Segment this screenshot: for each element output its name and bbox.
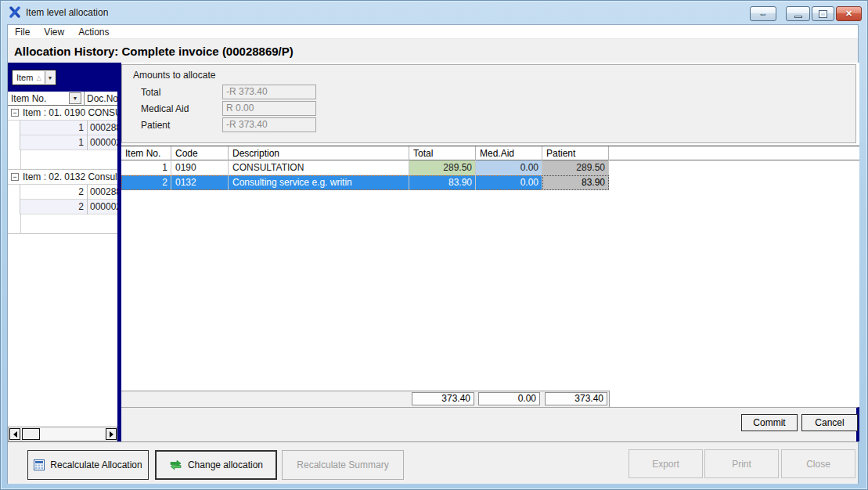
amounts-title: Amounts to allocate	[133, 70, 215, 81]
filter-dropdown-icon[interactable]: ▼	[69, 92, 81, 104]
title-bar[interactable]: Item level allocation ⇔ ✕	[1, 1, 868, 24]
tree-column-headers: Item No. ▼ Doc.No	[8, 92, 117, 106]
header-item-no[interactable]: Item No.	[121, 146, 171, 160]
cancel-button[interactable]: Cancel	[801, 414, 858, 431]
tree-row[interactable]: 2 000002	[8, 200, 117, 214]
tree-row[interactable]: 1 000288	[8, 121, 117, 135]
menu-bar: File View Actions	[8, 25, 858, 38]
export-button: Export	[628, 449, 703, 478]
table-header: Item No. Code Description Total Med.Aid …	[121, 146, 859, 160]
menu-file[interactable]: File	[8, 26, 37, 38]
amounts-panel: Amounts to allocate Total -R 373.40 Medi…	[121, 64, 856, 143]
focused-cell[interactable]: 83.90	[542, 175, 609, 190]
close-button: Close	[781, 449, 855, 478]
tree-row[interactable]: 2 000288	[8, 185, 117, 200]
commit-strip: Commit Cancel	[121, 407, 859, 441]
horizontal-scrollbar[interactable]	[8, 427, 117, 441]
restore-icon[interactable]	[812, 6, 834, 21]
bottom-bar: Recalculate Allocation Change allocation…	[8, 441, 858, 484]
minimize-icon[interactable]	[786, 6, 810, 21]
grand-patient: 373.40	[545, 392, 607, 405]
medical-aid-label: Medical Aid	[141, 103, 189, 114]
collapse-icon[interactable]: −	[11, 173, 19, 181]
scroll-left-icon[interactable]	[9, 428, 20, 440]
recalculate-summary-button: Recalculate Summary	[282, 450, 404, 480]
table-row-selected[interactable]: 2 0132 Consulting service e.g. writin 83…	[121, 175, 609, 190]
group-footer-row	[8, 214, 117, 234]
main-area: Amounts to allocate Total -R 373.40 Medi…	[121, 63, 859, 441]
scrollbar-thumb[interactable]	[22, 428, 40, 440]
patient-field: -R 373.40	[222, 117, 316, 132]
commit-button[interactable]: Commit	[741, 414, 798, 431]
client-area: File View Actions Allocation History: Co…	[7, 24, 859, 484]
page-header: Allocation History: Complete invoice (00…	[8, 38, 858, 63]
menu-actions[interactable]: Actions	[71, 26, 116, 38]
scroll-right-icon[interactable]	[106, 428, 117, 440]
change-allocation-icon	[169, 459, 182, 470]
header-total[interactable]: Total	[409, 146, 476, 160]
calculator-icon	[34, 459, 45, 470]
change-allocation-button[interactable]: Change allocation	[155, 450, 277, 480]
total-field: -R 373.40	[222, 85, 316, 99]
header-description[interactable]: Description	[229, 146, 409, 160]
table-row[interactable]: 1 0190 CONSULTATION 289.50 0.00 289.50	[121, 160, 609, 175]
totals-band: 373.40 0.00 373.40	[121, 391, 610, 407]
print-button: Print	[704, 449, 779, 478]
app-window: Item level allocation ⇔ ✕ File View Acti…	[0, 0, 868, 490]
window-title: Item level allocation	[26, 7, 108, 18]
header-patient[interactable]: Patient	[542, 146, 609, 160]
menu-view[interactable]: View	[37, 26, 71, 38]
column-item-no[interactable]: Item No.	[11, 93, 46, 104]
tree-row[interactable]: 1 000002	[8, 135, 117, 150]
page-title: Allocation History: Complete invoice (00…	[14, 45, 294, 58]
group-footer-row	[8, 150, 117, 170]
resize-icon[interactable]: ⇔	[750, 6, 776, 21]
column-doc-no[interactable]: Doc.No	[87, 93, 117, 104]
tree-group-row[interactable]: − Item : 01. 0190 CONSULT	[8, 106, 117, 121]
recalculate-allocation-button[interactable]: Recalculate Allocation	[27, 450, 149, 480]
header-code[interactable]: Code	[171, 146, 229, 160]
grand-med-aid: 0.00	[478, 392, 540, 405]
app-icon	[9, 6, 21, 19]
sort-asc-icon: △	[36, 74, 41, 81]
group-by-area: Item △ ▼	[8, 63, 117, 92]
group-by-item-button[interactable]: Item △ ▼	[12, 70, 56, 85]
patient-label: Patient	[141, 120, 170, 131]
chevron-down-icon[interactable]: ▼	[45, 71, 56, 84]
header-med-aid[interactable]: Med.Aid	[476, 146, 542, 160]
close-icon[interactable]: ✕	[836, 6, 862, 21]
grand-total: 373.40	[412, 392, 474, 405]
medical-aid-field: R 0.00	[222, 101, 316, 116]
tree-group-row[interactable]: − Item : 02. 0132 Consulting	[8, 170, 117, 185]
total-label: Total	[141, 87, 160, 98]
item-tree-panel: Item △ ▼ Item No. ▼ Doc.No − Item : 01. …	[8, 63, 117, 441]
collapse-icon[interactable]: −	[11, 109, 19, 117]
